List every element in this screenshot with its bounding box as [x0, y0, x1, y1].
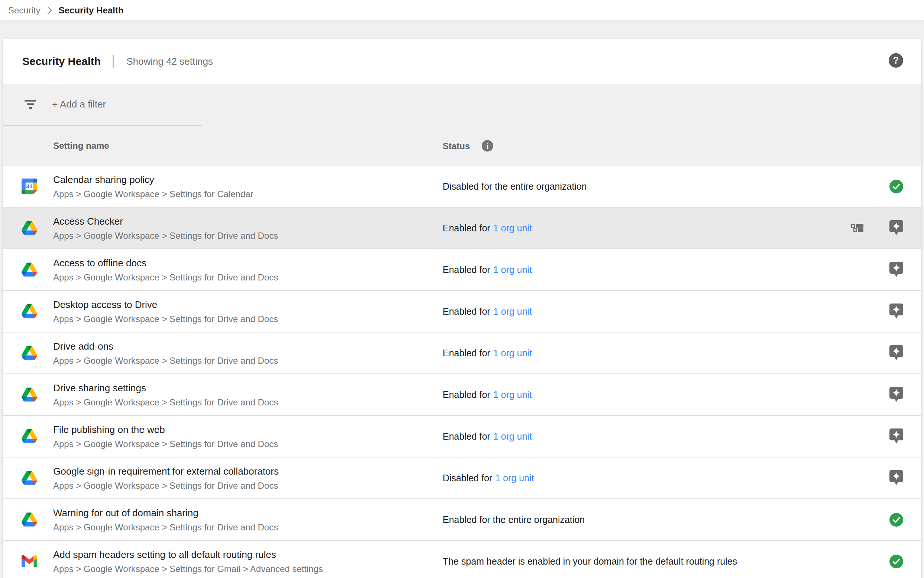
- setting-path: Apps > Google Workspace > Settings for D…: [53, 356, 278, 365]
- setting-path: Apps > Google Workspace > Settings for D…: [53, 231, 278, 241]
- setting-path: Apps > Google Workspace > Settings for G…: [53, 564, 323, 574]
- recommendation-badge-icon[interactable]: [890, 470, 903, 486]
- status-text: Disabled for: [443, 473, 492, 483]
- setting-path: Apps > Google Workspace > Settings for D…: [53, 439, 278, 449]
- drive-icon: [21, 512, 37, 528]
- ok-check-icon: [890, 179, 903, 194]
- table-row[interactable]: File publishing on the web Apps > Google…: [3, 416, 921, 458]
- org-unit-link[interactable]: 1 org unit: [495, 473, 534, 483]
- status-text: Disabled for the entire organization: [443, 181, 587, 192]
- breadcrumb-current: Security Health: [59, 5, 124, 16]
- breadcrumb: Security Security Health: [0, 0, 924, 21]
- table-row[interactable]: Google sign-in requirement for external …: [3, 458, 921, 499]
- setting-title: Access to offline docs: [53, 257, 278, 268]
- drive-icon: [21, 345, 37, 361]
- recommendation-badge-icon[interactable]: [890, 387, 903, 403]
- table-row[interactable]: Warning for out of domain sharing Apps >…: [3, 499, 921, 541]
- ok-check-icon: [890, 512, 903, 528]
- recommendation-badge-icon[interactable]: [890, 304, 903, 319]
- column-status: Status: [443, 141, 470, 151]
- setting-path: Apps > Google Workspace > Settings for D…: [53, 398, 278, 407]
- setting-path: Apps > Google Workspace > Settings for D…: [53, 314, 278, 324]
- setting-path: Apps > Google Workspace > Settings for D…: [53, 273, 278, 282]
- calendar-icon: 31: [21, 179, 37, 194]
- setting-title: Google sign-in requirement for external …: [53, 466, 279, 477]
- table-row[interactable]: 31 Calendar sharing policy Apps > Google…: [3, 166, 921, 208]
- recommendation-badge-icon[interactable]: [890, 262, 903, 278]
- setting-title: File publishing on the web: [53, 424, 278, 435]
- setting-title: Warning for out of domain sharing: [53, 507, 278, 518]
- recommendation-badge-icon[interactable]: [890, 345, 903, 361]
- filter-icon[interactable]: [24, 99, 36, 109]
- drive-icon: [21, 220, 37, 236]
- table-row[interactable]: Access to offline docs Apps > Google Wor…: [3, 249, 921, 291]
- table-row[interactable]: Drive sharing settings Apps > Google Wor…: [3, 374, 921, 416]
- status-text: Enabled for: [443, 348, 490, 358]
- settings-table-body: 31 Calendar sharing policy Apps > Google…: [3, 166, 921, 578]
- drive-icon: [21, 262, 37, 278]
- title-divider: [113, 55, 114, 68]
- svg-text:31: 31: [26, 183, 33, 189]
- drive-icon: [21, 387, 37, 403]
- setting-path: Apps > Google Workspace > Settings for C…: [53, 189, 254, 199]
- org-unit-link[interactable]: 1 org unit: [493, 223, 532, 233]
- setting-title: Add spam headers setting to all default …: [53, 549, 323, 560]
- info-icon[interactable]: i: [482, 140, 493, 152]
- settings-count: Showing 42 settings: [126, 56, 213, 67]
- status-text: Enabled for the entire organization: [443, 515, 585, 525]
- recommendation-badge-icon[interactable]: [890, 220, 903, 236]
- setting-title: Drive add-ons: [53, 341, 278, 352]
- status-text: Enabled for: [443, 306, 490, 317]
- status-text: Enabled for: [443, 223, 490, 233]
- filter-bar: + Add a filter: [3, 84, 921, 125]
- setting-title: Calendar sharing policy: [53, 174, 254, 185]
- drive-icon: [21, 304, 37, 319]
- org-unit-link[interactable]: 1 org unit: [493, 431, 532, 442]
- add-filter-button[interactable]: + Add a filter: [52, 99, 106, 110]
- table-row[interactable]: Desktop access to Drive Apps > Google Wo…: [3, 291, 921, 333]
- setting-path: Apps > Google Workspace > Settings for D…: [53, 481, 279, 490]
- status-text: Enabled for: [443, 390, 490, 400]
- column-status-group: Status i: [443, 140, 493, 152]
- page: Security Security Health Security Health…: [0, 0, 924, 578]
- org-unit-link[interactable]: 1 org unit: [493, 265, 532, 275]
- table-row[interactable]: Access Checker Apps > Google Workspace >…: [3, 208, 921, 249]
- org-unit-link[interactable]: 1 org unit: [493, 390, 532, 400]
- status-text: Enabled for: [443, 431, 490, 442]
- drive-icon: [21, 470, 37, 486]
- setting-title: Drive sharing settings: [53, 382, 278, 393]
- breadcrumb-parent[interactable]: Security: [8, 5, 40, 16]
- content-card: Security Health Showing 42 settings ? + …: [3, 39, 921, 578]
- table-row[interactable]: Drive add-ons Apps > Google Workspace > …: [3, 333, 921, 374]
- org-unit-link[interactable]: 1 org unit: [493, 348, 532, 358]
- status-text: The spam header is enabled in your domai…: [443, 556, 737, 567]
- table-row[interactable]: Add spam headers setting to all default …: [3, 541, 921, 578]
- setting-title: Access Checker: [53, 216, 278, 227]
- column-setting-name: Setting name: [53, 141, 109, 151]
- card-header: Security Health Showing 42 settings ?: [3, 39, 921, 84]
- table-toolbar: + Add a filter Setting name Status i: [3, 84, 921, 166]
- ok-check-icon: [890, 554, 903, 569]
- breadcrumb-chevron-icon: [47, 6, 52, 15]
- table-header-row: Setting name Status i: [3, 126, 921, 166]
- setting-path: Apps > Google Workspace > Settings for D…: [53, 523, 278, 532]
- setting-title: Desktop access to Drive: [53, 299, 278, 310]
- org-unit-link[interactable]: 1 org unit: [493, 306, 532, 317]
- help-icon[interactable]: ?: [889, 53, 903, 68]
- drive-icon: [21, 429, 37, 444]
- status-text: Enabled for: [443, 265, 490, 275]
- gmail-icon: [21, 554, 37, 569]
- org-units-icon: [851, 224, 863, 232]
- page-title: Security Health: [22, 55, 101, 68]
- recommendation-badge-icon[interactable]: [890, 429, 903, 444]
